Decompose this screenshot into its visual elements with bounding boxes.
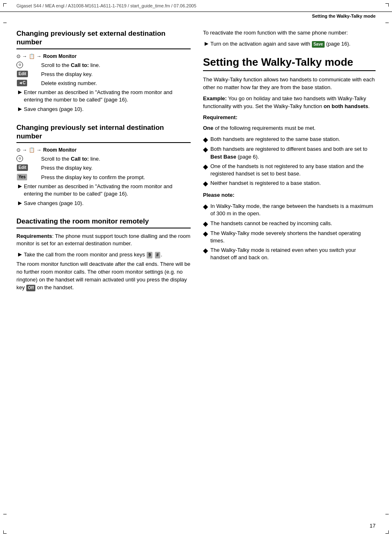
example-bold: on both handsets [324, 103, 368, 109]
requirement-bullets: ◆ Both handsets are registered to the sa… [203, 136, 376, 187]
section-internal: Changing previously set internal destina… [16, 123, 191, 207]
note-bullet-2-text: The handsets cannot be reached by incomi… [210, 220, 376, 227]
bullet-3-text: One of the handsets is not registered to… [210, 163, 376, 177]
arrow-icon-3: ▶ [18, 183, 22, 189]
arrow-icon-4: ▶ [18, 200, 22, 206]
int-arrow2-text: Save changes (page 10). [24, 200, 191, 207]
bullet-item-1: ◆ Both handsets are registered to the sa… [203, 136, 376, 143]
save-key: Save [312, 41, 325, 48]
deactivate-arrow1: ▶ Take the call from the room monitor an… [16, 251, 191, 258]
arrow-icon-6: ▶ [205, 41, 208, 46]
backspace-key-1: ◄C [17, 80, 27, 86]
int-row3: Yes Press the display key to confirm the… [16, 174, 191, 181]
walky-example: Example: You go on holiday and take two … [203, 95, 376, 111]
walky-talky-title: Setting the Walky-Talky mode [203, 56, 376, 71]
note-bullet-3: ◆ The Walky-Talky mode severely shortens… [203, 230, 376, 244]
example-label: Example: [203, 95, 227, 101]
section-deactivate-title: Deactivating the room monitor remotely [16, 217, 191, 228]
nav-circle-icon-2: ⊙ [16, 155, 23, 162]
room-monitor-header-2: ⊙ → 📋 → Room Monitor [16, 147, 191, 153]
int-row1: ⊙ Scroll to the Call to: line. [16, 155, 191, 163]
note-bullet-1: ◆ In Walky-Talky mode, the range between… [203, 203, 376, 217]
bullet-1: ◆ [203, 136, 208, 143]
ext-row3: ◄C Delete existing number. [16, 80, 191, 87]
req-label: Requirements [16, 233, 52, 239]
section-deactivate: Deactivating the room monitor remotely R… [16, 217, 191, 292]
int-row2: Edit Press the display key. [16, 164, 191, 172]
int-arrow2: ▶ Save changes (page 10). [16, 200, 191, 207]
ext-row1-text: Scroll to the Call to: line. [41, 62, 191, 69]
note-bullet-icon-2: ◆ [203, 220, 208, 228]
yes-key: Yes [17, 174, 27, 180]
reactivate-arrow: ▶ Turn on the activation again and save … [203, 40, 376, 48]
key-hash: # [155, 252, 161, 258]
ext-row2: Edit Press the display key. [16, 71, 191, 78]
note-bullet-icon-3: ◆ [203, 230, 208, 237]
ext-arrow1-text: Enter number as described in "Activating… [24, 89, 191, 104]
section-walky-talky: Setting the Walky-Talky mode The Walky-T… [203, 56, 376, 262]
right-column: To reactivate the room function with the… [203, 29, 376, 302]
example-end: . [368, 103, 370, 109]
room-monitor-header-1: ⊙ → 📋 → Room Monitor [16, 53, 191, 59]
ext-row2-text: Press the display key. [41, 71, 191, 78]
off-key: Off [26, 285, 35, 292]
reactivate-block: To reactivate the room function with the… [203, 29, 376, 48]
bullet-2-text: Both handsets are registered to differen… [210, 145, 376, 160]
note-bullet-1-text: In Walky-Talky mode, the range between t… [210, 203, 376, 217]
note-bullet-icon-1: ◆ [203, 203, 208, 210]
note-bullet-icon-4: ◆ [203, 247, 208, 254]
arrow-icon-1: ▶ [18, 89, 22, 95]
deactivate-arrow1-text: Take the call from the room monitor and … [24, 251, 191, 258]
walky-intro: The Walky-Talky function allows two hand… [203, 76, 376, 92]
right-section-header: Setting the Walky-Talky mode [312, 14, 376, 18]
note-bullet-3-text: The Walky-Talky mode severely shortens t… [210, 230, 376, 244]
bullet-2: ◆ [203, 145, 208, 153]
note-bullet-4-text: The Walky-Talky mode is retained even wh… [210, 247, 376, 261]
int-row2-text: Press the display key. [41, 164, 191, 172]
left-column: Changing previously set external destina… [16, 29, 191, 302]
note-bullet-2: ◆ The handsets cannot be reached by inco… [203, 220, 376, 228]
int-row1-text: Scroll to the Call to: line. [41, 155, 191, 163]
ext-row3-text: Delete existing number. [41, 80, 191, 87]
section-external-title: Changing previously set external destina… [16, 29, 191, 49]
arrow-icon-2: ▶ [18, 106, 22, 112]
ext-row1: ⊙ Scroll to the Call to: line. [16, 62, 191, 69]
bullet-item-2: ◆ Both handsets are registered to differ… [203, 145, 376, 160]
ext-arrow2-text: Save changes (page 10). [24, 106, 191, 113]
requirement-para: One of the following requirements must b… [203, 124, 376, 132]
ext-arrow2: ▶ Save changes (page 10). [16, 106, 191, 113]
edit-key-1: Edit [17, 71, 28, 77]
key-9: 9 [147, 252, 152, 258]
nav-icon-1: ⊙ [16, 53, 21, 59]
int-arrow1: ▶ Enter number as described in "Activati… [16, 183, 191, 198]
requirement-label: Requirement: [203, 114, 376, 122]
phone-book-icon-2: 📋 [29, 147, 35, 153]
reactivate-para: To reactivate the room function with the… [203, 29, 376, 37]
reactivate-arrow-text: Turn on the activation again and save wi… [210, 40, 376, 48]
phone-book-icon-1: 📋 [29, 53, 35, 59]
bullet-item-3: ◆ One of the handsets is not registered … [203, 163, 376, 177]
section-external: Changing previously set external destina… [16, 29, 191, 113]
header-text: Gigaset S44 / MEA engl / A31008-M1611-A6… [16, 3, 196, 8]
edit-key-2: Edit [17, 164, 28, 171]
note-bullets: ◆ In Walky-Talky mode, the range between… [203, 203, 376, 261]
int-row3-text: Press the display key to confirm the pro… [41, 174, 191, 181]
nav-circle-icon: ⊙ [16, 62, 23, 68]
bullet-item-4: ◆ Neither handset is registered to a bas… [203, 180, 376, 187]
bullet-4-text: Neither handset is registered to a base … [210, 180, 376, 187]
bullet-4: ◆ [203, 180, 208, 187]
deactivate-para: The room monitor function will deactivat… [16, 260, 191, 291]
one-label: One [203, 125, 213, 131]
note-bullet-4: ◆ The Walky-Talky mode is retained even … [203, 247, 376, 261]
bullet-1-text: Both handsets are registered to the same… [210, 136, 376, 143]
nav-icon-2: ⊙ [16, 147, 21, 153]
page-number: 17 [370, 523, 376, 529]
page-header: Gigaset S44 / MEA engl / A31008-M1611-A6… [0, 0, 392, 12]
please-note-label: Please note: [203, 191, 376, 199]
int-arrow1-text: Enter number as described in "Activating… [24, 183, 191, 198]
room-monitor-label-2: Room Monitor [43, 147, 76, 153]
page-content: Changing previously set external destina… [0, 21, 392, 318]
deactivate-req: Requirements: The phone must support tou… [16, 233, 191, 248]
bullet-3: ◆ [203, 163, 208, 171]
room-monitor-label-1: Room Monitor [43, 53, 76, 59]
